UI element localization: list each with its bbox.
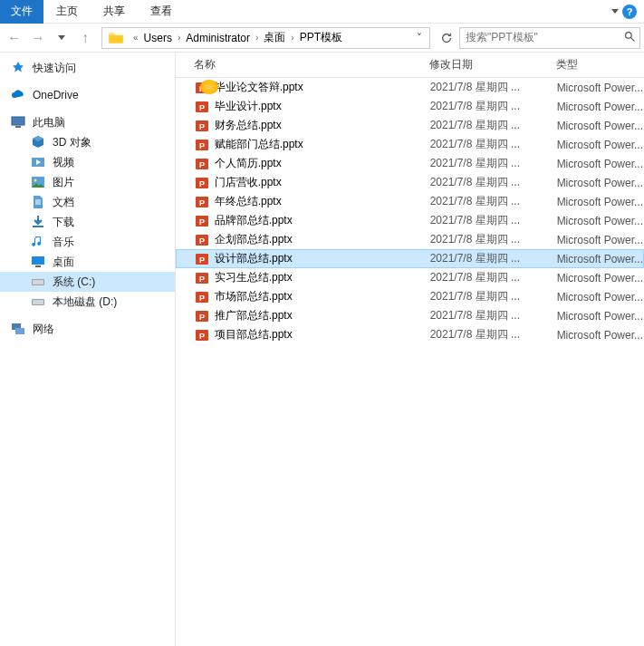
file-name: 年终总结.pptx bbox=[215, 194, 430, 209]
file-row[interactable]: P财务总结.pptx2021/7/8 星期四 ...Microsoft Powe… bbox=[176, 116, 644, 135]
forward-arrow-icon: → bbox=[31, 30, 45, 46]
sidebar-item-label: 快速访问 bbox=[33, 61, 76, 76]
cloud-icon bbox=[11, 88, 25, 102]
file-row[interactable]: P市场部总结.pptx2021/7/8 星期四 ...Microsoft Pow… bbox=[176, 287, 644, 306]
svg-rect-3 bbox=[15, 126, 21, 128]
star-icon bbox=[11, 61, 25, 75]
search-icon[interactable] bbox=[624, 31, 636, 45]
column-date[interactable]: 修改日期 bbox=[429, 57, 556, 72]
powerpoint-icon: P bbox=[195, 81, 209, 95]
file-row[interactable]: P设计部总结.pptx2021/7/8 星期四 ...Microsoft Pow… bbox=[176, 249, 644, 268]
file-date: 2021/7/8 星期四 ... bbox=[430, 80, 557, 95]
svg-rect-11 bbox=[33, 280, 43, 284]
svg-text:P: P bbox=[199, 236, 205, 246]
sidebar-item-label: 音乐 bbox=[53, 235, 74, 250]
sidebar-item[interactable]: 图片 bbox=[0, 172, 175, 192]
file-row[interactable]: P门店营收.pptx2021/7/8 星期四 ...Microsoft Powe… bbox=[176, 173, 644, 192]
file-type: Microsoft Power... bbox=[557, 177, 643, 189]
file-row[interactable]: P赋能部门总结.pptx2021/7/8 星期四 ...Microsoft Po… bbox=[176, 135, 644, 154]
address-dropdown[interactable]: ˅ bbox=[411, 32, 428, 44]
file-row[interactable]: P毕业论文答辩.pptx2021/7/8 星期四 ...Microsoft Po… bbox=[176, 78, 644, 97]
svg-point-6 bbox=[34, 179, 37, 182]
sidebar-item-label: 桌面 bbox=[53, 255, 74, 270]
file-row[interactable]: P项目部总结.pptx2021/7/8 星期四 ...Microsoft Pow… bbox=[176, 325, 644, 344]
file-type: Microsoft Power... bbox=[557, 120, 643, 132]
crumb-admin[interactable]: Administrator› bbox=[186, 32, 264, 44]
file-row[interactable]: P推广部总结.pptx2021/7/8 星期四 ...Microsoft Pow… bbox=[176, 306, 644, 325]
file-tab[interactable]: 文件 bbox=[0, 0, 43, 24]
file-row[interactable]: P实习生总结.pptx2021/7/8 星期四 ...Microsoft Pow… bbox=[176, 268, 644, 287]
sidebar-item[interactable]: 系统 (C:) bbox=[0, 272, 175, 292]
sidebar-item-icon bbox=[31, 175, 45, 189]
svg-rect-15 bbox=[15, 328, 24, 334]
powerpoint-icon: P bbox=[195, 309, 209, 323]
svg-text:P: P bbox=[199, 122, 205, 131]
sidebar-item[interactable]: 桌面 bbox=[0, 252, 175, 272]
view-tab[interactable]: 查看 bbox=[138, 0, 185, 24]
powerpoint-icon: P bbox=[195, 157, 209, 171]
chevron-icon[interactable]: › bbox=[178, 33, 180, 43]
sidebar-item[interactable]: 3D 对象 bbox=[0, 132, 175, 152]
svg-text:P: P bbox=[199, 84, 205, 93]
sidebar-item[interactable]: 文档 bbox=[0, 192, 175, 212]
svg-text:P: P bbox=[199, 198, 205, 207]
file-name: 个人简历.pptx bbox=[215, 156, 430, 171]
svg-point-0 bbox=[626, 32, 632, 38]
file-name: 设计部总结.pptx bbox=[215, 251, 430, 266]
powerpoint-icon: P bbox=[195, 233, 209, 247]
column-headers: 名称 修改日期 类型 bbox=[176, 53, 644, 78]
sidebar-item[interactable]: 下载 bbox=[0, 212, 175, 232]
chevron-icon[interactable]: « bbox=[133, 33, 139, 43]
sidebar-item[interactable]: 视频 bbox=[0, 152, 175, 172]
navbar: ← → ↑ « Users› Administrator› 桌面› PPT模板 … bbox=[0, 24, 644, 53]
crumb-current[interactable]: PPT模板 bbox=[300, 30, 342, 45]
share-tab[interactable]: 共享 bbox=[91, 0, 138, 24]
back-button[interactable]: ← bbox=[4, 27, 25, 49]
network-icon bbox=[11, 322, 25, 336]
sidebar-item[interactable]: 音乐 bbox=[0, 232, 175, 252]
sidebar-onedrive[interactable]: OneDrive bbox=[0, 85, 175, 105]
crumb-users[interactable]: Users› bbox=[144, 32, 187, 44]
file-list[interactable]: P毕业论文答辩.pptx2021/7/8 星期四 ...Microsoft Po… bbox=[176, 78, 644, 646]
sidebar-item-label: 图片 bbox=[53, 175, 74, 190]
help-icon[interactable]: ? bbox=[622, 5, 637, 19]
file-date: 2021/7/8 星期四 ... bbox=[430, 213, 557, 228]
file-type: Microsoft Power... bbox=[557, 329, 643, 342]
sidebar-item-label: OneDrive bbox=[33, 89, 79, 101]
search-placeholder: 搜索"PPT模板" bbox=[466, 30, 538, 45]
sidebar-network[interactable]: 网络 bbox=[0, 319, 175, 339]
sidebar-item-label: 3D 对象 bbox=[53, 135, 91, 150]
sidebar-item-icon bbox=[31, 135, 45, 149]
recent-dropdown[interactable] bbox=[51, 27, 72, 49]
file-name: 门店营收.pptx bbox=[215, 175, 430, 190]
file-row[interactable]: P年终总结.pptx2021/7/8 星期四 ...Microsoft Powe… bbox=[176, 192, 644, 211]
file-row[interactable]: P品牌部总结.pptx2021/7/8 星期四 ...Microsoft Pow… bbox=[176, 211, 644, 230]
home-tab[interactable]: 主页 bbox=[43, 0, 91, 24]
sidebar-quick-access[interactable]: 快速访问 bbox=[0, 58, 175, 78]
sidebar-item-label: 本地磁盘 (D:) bbox=[53, 294, 117, 310]
sidebar-this-pc[interactable]: 此电脑 bbox=[0, 112, 175, 132]
ribbon-collapse-icon[interactable] bbox=[611, 9, 619, 14]
file-row[interactable]: P个人简历.pptx2021/7/8 星期四 ...Microsoft Powe… bbox=[176, 154, 644, 173]
chevron-icon[interactable]: › bbox=[291, 33, 293, 43]
svg-text:P: P bbox=[199, 179, 205, 188]
file-type: Microsoft Power... bbox=[557, 196, 643, 208]
column-name[interactable]: 名称 bbox=[194, 57, 429, 72]
up-button[interactable]: ↑ bbox=[74, 27, 96, 49]
file-row[interactable]: P企划部总结.pptx2021/7/8 星期四 ...Microsoft Pow… bbox=[176, 230, 644, 249]
powerpoint-icon: P bbox=[195, 176, 209, 190]
search-input[interactable]: 搜索"PPT模板" bbox=[459, 27, 640, 49]
forward-button[interactable]: → bbox=[27, 27, 49, 49]
address-bar[interactable]: « Users› Administrator› 桌面› PPT模板 ˅ bbox=[101, 27, 430, 49]
sidebar-item-icon bbox=[31, 235, 45, 249]
chevron-icon[interactable]: › bbox=[255, 33, 258, 43]
column-type[interactable]: 类型 bbox=[556, 57, 644, 72]
file-row[interactable]: P毕业设计.pptx2021/7/8 星期四 ...Microsoft Powe… bbox=[176, 97, 644, 116]
sidebar-item-icon bbox=[31, 155, 45, 169]
file-type: Microsoft Power... bbox=[557, 101, 643, 113]
powerpoint-icon: P bbox=[195, 328, 209, 342]
sidebar-item[interactable]: 本地磁盘 (D:) bbox=[0, 292, 175, 312]
crumb-desktop[interactable]: 桌面› bbox=[264, 30, 299, 45]
refresh-button[interactable] bbox=[436, 27, 457, 49]
svg-rect-2 bbox=[12, 117, 24, 125]
